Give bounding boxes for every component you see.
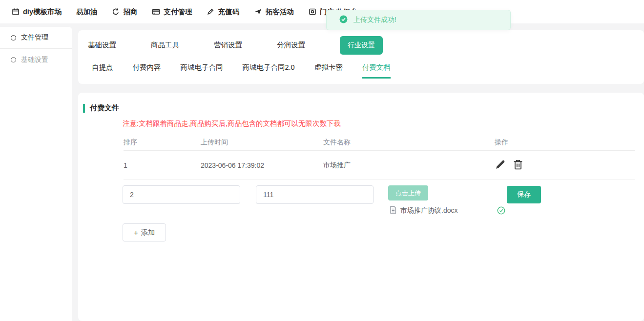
- tab-profit-settings[interactable]: 分润设置: [277, 40, 305, 50]
- upload-success-toast: 上传文件成功!: [326, 10, 511, 30]
- sidebar-item-file-management[interactable]: 文件管理: [0, 27, 72, 49]
- circle-icon: [11, 57, 16, 62]
- card-icon: [152, 8, 160, 16]
- nav-item-payment-management[interactable]: 支付管理: [152, 7, 192, 17]
- sidebar-item-label: 文件管理: [21, 33, 48, 42]
- table-divider: [124, 180, 635, 180]
- upload-button[interactable]: 点击上传: [388, 185, 428, 201]
- nav-item-label: 拓客活动: [266, 7, 294, 17]
- nav-item-diy-template-market[interactable]: diy模板市场: [12, 7, 62, 17]
- file-name-input[interactable]: [256, 185, 374, 204]
- section-header: 付费文件: [83, 103, 119, 113]
- column-header-file-name: 文件名称: [323, 138, 495, 147]
- tab-marketing-settings[interactable]: 营销设置: [214, 40, 242, 50]
- nav-item-yijiayou[interactable]: 易加油: [76, 7, 98, 17]
- subtab-paid-content[interactable]: 付费内容: [133, 63, 161, 79]
- nav-item-label: 支付管理: [164, 7, 192, 17]
- top-nav: diy模板市场 易加油 招商 支付管理 充值码 拓客活动 门店-收银台: [0, 0, 644, 23]
- cell-upload-time: 2023-06-06 17:39:02: [201, 161, 323, 169]
- nav-item-recharge-code[interactable]: 充值码: [207, 7, 239, 17]
- upload-success-check-icon: [497, 206, 505, 217]
- toast-message: 上传文件成功!: [353, 16, 396, 24]
- table-header-row: 排序 上传时间 文件名称 操作: [78, 135, 635, 150]
- tab-basic-settings[interactable]: 基础设置: [88, 40, 116, 50]
- subtab-paid-documents[interactable]: 付费文档: [362, 63, 391, 79]
- tab-product-tools[interactable]: 商品工具: [151, 40, 179, 50]
- tabs-card: 基础设置 商品工具 营销设置 分润设置 行业设置 自提点 付费内容 商城电子合同…: [78, 30, 644, 84]
- subtab-pickup-point[interactable]: 自提点: [92, 63, 113, 79]
- megaphone-icon: [254, 8, 262, 16]
- delete-icon[interactable]: [513, 159, 523, 172]
- add-button[interactable]: + 添加: [123, 223, 166, 241]
- circle-icon: [11, 35, 16, 40]
- warning-note: 注意:文档跟着商品走,商品购买后,商品包含的文档都可以无限次数下载: [123, 119, 341, 128]
- subtab-mall-econtract-2[interactable]: 商城电子合同2.0: [243, 63, 295, 79]
- cell-file-name: 市场推广: [323, 161, 495, 170]
- main-tabs: 基础设置 商品工具 营销设置 分润设置 行业设置: [78, 30, 644, 54]
- subtab-virtual-card[interactable]: 虚拟卡密: [314, 63, 343, 79]
- save-button[interactable]: 保存: [507, 186, 541, 203]
- table-row: 1 2023-06-06 17:39:02 市场推广: [78, 151, 635, 180]
- tab-industry-settings[interactable]: 行业设置: [340, 36, 383, 55]
- row-actions: [495, 159, 635, 172]
- column-header-actions: 操作: [495, 138, 635, 147]
- uploaded-file-name: 市场推广协议.docx: [400, 206, 457, 215]
- column-header-upload-time: 上传时间: [201, 138, 323, 147]
- pen-icon: [207, 8, 214, 16]
- subtab-mall-econtract[interactable]: 商城电子合同: [181, 63, 223, 79]
- edit-icon[interactable]: [495, 159, 506, 172]
- section-accent-bar: [83, 104, 85, 113]
- section-title: 付费文件: [90, 103, 119, 113]
- storefront-icon: [309, 8, 316, 16]
- calendar-icon: [12, 8, 20, 16]
- sidebar-item-basic-settings[interactable]: 基础设置: [0, 49, 72, 71]
- sidebar-item-label: 基础设置: [21, 56, 48, 64]
- nav-item-customer-activity[interactable]: 拓客活动: [254, 7, 294, 17]
- nav-item-zhaoshang[interactable]: 招商: [112, 7, 137, 17]
- cell-sort: 1: [124, 161, 201, 169]
- content-card: 付费文件 注意:文档跟着商品走,商品购买后,商品包含的文档都可以无限次数下载 排…: [78, 93, 644, 321]
- nav-item-label: 充值码: [218, 7, 239, 17]
- nav-item-label: 招商: [123, 7, 137, 17]
- nav-item-label: diy模板市场: [23, 7, 62, 17]
- sub-tabs: 自提点 付费内容 商城电子合同 商城电子合同2.0 虚拟卡密 付费文档: [78, 54, 644, 79]
- nav-item-label: 易加油: [76, 7, 98, 17]
- sort-input[interactable]: [123, 185, 240, 204]
- document-icon: [390, 206, 396, 215]
- sidebar: 文件管理 基础设置: [0, 27, 72, 321]
- add-button-label: 添加: [141, 228, 155, 237]
- recycle-icon: [112, 8, 120, 16]
- column-header-sort: 排序: [124, 138, 201, 147]
- plus-icon: +: [134, 228, 138, 237]
- success-check-icon: [339, 15, 348, 25]
